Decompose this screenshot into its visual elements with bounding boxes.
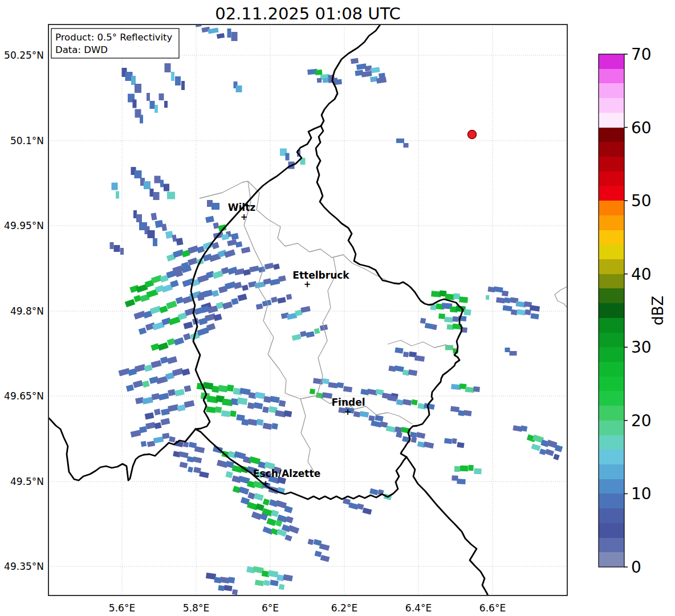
echo-cell (438, 313, 445, 319)
echo-cell (144, 181, 151, 189)
echo-cell (376, 77, 387, 83)
echo-cell (255, 392, 265, 399)
echo-cell (251, 512, 262, 520)
echo-cell (257, 419, 264, 426)
echo-cell (168, 389, 176, 396)
echo-cell (153, 436, 164, 443)
echo-cell (279, 584, 284, 590)
echo-cell (410, 431, 417, 438)
echo-cell (320, 555, 330, 562)
echo-cell (145, 422, 156, 429)
echo-cell (169, 436, 176, 443)
echo-cell (268, 570, 278, 578)
echo-cell (502, 305, 512, 311)
echo-cell (425, 323, 433, 329)
echo-cell (231, 233, 239, 240)
echo-cell (553, 454, 559, 460)
echo-cell (167, 356, 177, 364)
echo-cell (175, 76, 181, 85)
echo-cell (416, 432, 426, 439)
echo-cell (154, 176, 161, 183)
echo-cell (450, 406, 460, 413)
echo-cell (511, 309, 518, 315)
echo-cell (188, 258, 198, 266)
echo-cell (510, 351, 517, 356)
echo-cell (505, 348, 510, 352)
echo-cell (464, 309, 471, 315)
echo-cell (278, 275, 286, 282)
echo-cell (166, 301, 177, 309)
echo-cell (273, 264, 280, 270)
echo-cell (254, 402, 263, 409)
echo-cell (142, 381, 149, 388)
echo-cell (164, 101, 168, 108)
echo-cell (167, 192, 175, 199)
echo-cell (300, 306, 311, 313)
echo-cell (530, 313, 539, 320)
echo-cell (396, 399, 403, 406)
lat-tick-label: 50.25°N (4, 50, 44, 61)
district-border-line (555, 287, 567, 308)
echo-cell (328, 382, 338, 388)
colorbar-ticks: 010203040506070 (624, 45, 652, 577)
echo-cell (402, 399, 412, 405)
echo-cell (168, 316, 180, 325)
lat-tick-label: 49.5°N (10, 476, 44, 487)
colorbar-unit-label: dBZ (649, 296, 666, 325)
echo-cell (453, 293, 460, 300)
echo-cell (386, 426, 396, 433)
echo-cell (468, 465, 474, 471)
echo-cell (194, 446, 205, 453)
echo-cell (142, 397, 153, 405)
echo-cell (284, 535, 292, 541)
echo-cell (212, 271, 223, 279)
echo-cell (453, 316, 459, 322)
echo-cell (411, 399, 417, 406)
lon-tick-label: 6°E (262, 602, 279, 614)
echo-cell (414, 355, 425, 361)
echo-cell (363, 508, 372, 515)
echo-cell (230, 410, 236, 417)
echo-cell (307, 539, 314, 545)
echo-cell (162, 433, 169, 439)
echo-cell (249, 456, 261, 464)
radar-echoes (110, 22, 563, 595)
echo-cell (183, 442, 189, 448)
lon-tick-label: 5.6°E (109, 602, 135, 614)
echo-cell (227, 28, 231, 38)
echo-cell (262, 406, 269, 413)
echo-cell (237, 293, 247, 301)
echo-cell (197, 327, 209, 336)
echo-cell (458, 410, 464, 416)
echo-cell (232, 589, 238, 595)
echo-cell (255, 580, 264, 586)
echo-cell (158, 393, 169, 400)
echo-cell (154, 105, 158, 113)
lon-tick-label: 5.8°E (183, 602, 209, 614)
echo-cell (369, 488, 379, 495)
echo-cell (353, 411, 360, 418)
echo-cell (112, 183, 118, 190)
echo-cell (131, 76, 136, 85)
echo-cell (396, 138, 404, 143)
colorbar-tick-label: 60 (631, 119, 652, 137)
city-plus-marker: + (344, 407, 352, 417)
echo-cell (199, 471, 209, 478)
echo-cell (239, 487, 249, 495)
echo-cell (473, 386, 480, 392)
echo-cell (153, 238, 157, 246)
echo-cell (315, 70, 323, 75)
echo-cell (263, 396, 271, 403)
echo-cell (212, 290, 219, 297)
echo-cell (133, 380, 143, 388)
echo-cell (247, 419, 257, 426)
echo-cell (114, 245, 120, 252)
echo-cell (314, 328, 320, 334)
echo-cell (370, 67, 380, 73)
echo-cell (460, 466, 469, 472)
figure-title: 02.11.2025 01:08 UTC (215, 4, 401, 23)
echo-cell (454, 466, 461, 472)
echo-cell (126, 385, 134, 392)
echo-cell (206, 406, 215, 413)
echo-cell (154, 422, 162, 429)
